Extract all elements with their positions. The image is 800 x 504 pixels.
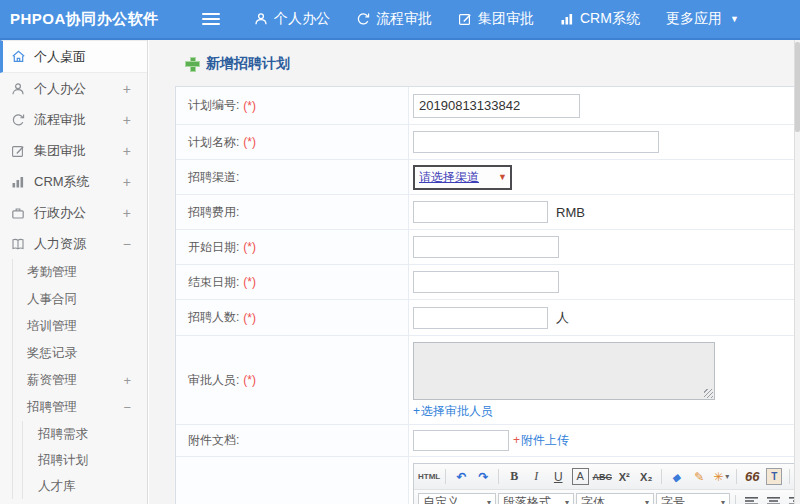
sidebar-item-crm-system[interactable]: CRM系统 + [0, 166, 147, 197]
form-row-channel: 招聘渠道: 请选择渠道 ▼ [176, 159, 794, 194]
sidebar-item-recruitment-plan[interactable]: 招聘计划 [23, 447, 147, 473]
scrollbar-thumb[interactable] [795, 42, 800, 132]
select-approvers-link[interactable]: +选择审批人员 [413, 403, 493, 420]
headcount-input[interactable] [413, 307, 548, 329]
expand-plus-icon[interactable]: + [123, 112, 131, 128]
sidebar-item-reward-punishment[interactable]: 奖惩记录 [13, 340, 147, 367]
sidebar-item-admin-office[interactable]: 行政办公 + [0, 197, 147, 228]
required-marker: (*) [243, 373, 256, 387]
channel-select[interactable]: 请选择渠道 ▼ [413, 165, 512, 190]
field-label: 审批人员: [188, 372, 239, 389]
select-caret-icon: ▼ [498, 172, 507, 182]
align-right-icon[interactable] [785, 493, 794, 504]
superscript-button[interactable]: X² [614, 467, 634, 487]
sidebar-item-training-management[interactable]: 培训管理 [13, 313, 147, 340]
collapse-minus-icon[interactable]: − [123, 236, 131, 252]
collapse-minus-icon[interactable]: − [123, 400, 131, 415]
sidebar-item-recruitment-demand[interactable]: 招聘需求 [23, 421, 147, 447]
person-icon [10, 81, 26, 97]
editor-toolbar-row1: HTML ↶ ↷ B I U A ABC X² X₂ ◆ [414, 464, 794, 490]
chevron-down-icon: ▾ [725, 472, 729, 481]
sidebar-item-group-approval[interactable]: 集团审批 + [0, 135, 147, 166]
sidebar-item-personnel-contract[interactable]: 人事合同 [13, 286, 147, 313]
add-plus-icon [186, 58, 199, 71]
attachment-upload-link[interactable]: +附件上传 [513, 432, 569, 449]
html-source-button[interactable]: HTML [418, 467, 440, 487]
required-marker: (*) [243, 135, 256, 149]
undo-icon[interactable]: ↶ [451, 467, 471, 487]
expand-plus-icon[interactable]: + [123, 373, 131, 388]
sidebar-item-workflow-approval[interactable]: 流程审批 + [0, 104, 147, 135]
form-row-fee: 招聘费用: RMB [176, 194, 794, 229]
top-nav: 个人办公 流程审批 集团审批 [254, 10, 739, 28]
field-label: 结束日期: [188, 274, 239, 291]
sidebar: 个人桌面 个人办公 + 流程审批 + 集团审批 + [0, 40, 148, 504]
expand-plus-icon[interactable]: + [123, 143, 131, 159]
bold-button[interactable]: B [504, 467, 524, 487]
format-painter-icon[interactable]: ✎ [689, 467, 709, 487]
sidebar-item-recruitment-management[interactable]: 招聘管理 − [13, 394, 147, 421]
chevron-down-icon: ▾ [565, 498, 569, 504]
required-marker: (*) [243, 240, 256, 254]
vertical-scrollbar[interactable] [794, 40, 800, 504]
edit-square-icon [10, 143, 26, 159]
expand-plus-icon[interactable]: + [123, 174, 131, 190]
main-content: 新增招聘计划 计划编号: (*) 计划名称: (*) 招聘渠道: [149, 40, 800, 504]
topnav-group-approval[interactable]: 集团审批 [458, 10, 534, 28]
sidebar-item-attendance-management[interactable]: 考勤管理 [13, 259, 147, 286]
hamburger-menu-icon[interactable] [202, 13, 220, 25]
app-logo: PHPOA协同办公软件 [0, 10, 188, 29]
topnav-crm-system[interactable]: CRM系统 [560, 10, 640, 28]
briefcase-icon [10, 205, 26, 221]
sidebar-item-personal-desktop[interactable]: 个人桌面 [0, 40, 147, 73]
remove-format-button[interactable]: A [572, 468, 589, 485]
paste-text-icon[interactable]: T [766, 468, 782, 485]
topnav-more-apps[interactable]: 更多应用 ▼ [666, 10, 739, 28]
topnav-workflow-approval[interactable]: 流程审批 [356, 10, 432, 28]
approvers-textarea[interactable] [413, 342, 715, 400]
auto-typeset-icon[interactable]: ✳▾ [711, 467, 731, 487]
plan-code-input[interactable] [413, 94, 580, 118]
blockquote-button[interactable]: 66 [742, 467, 762, 487]
plan-name-input[interactable] [413, 131, 659, 153]
underline-button[interactable]: U [548, 467, 568, 487]
recruitment-submenu: 招聘需求 招聘计划 人才库 [22, 421, 147, 499]
chevron-down-icon: ▾ [721, 498, 725, 504]
bar-chart-icon [10, 174, 26, 190]
required-marker: (*) [243, 311, 256, 325]
redo-icon[interactable]: ↷ [473, 467, 493, 487]
sidebar-item-salary-management[interactable]: 薪资管理 + [13, 367, 147, 394]
font-family-select[interactable]: 字体▾ [576, 493, 654, 504]
field-label: 计划名称: [188, 134, 239, 151]
start-date-input[interactable] [413, 236, 559, 258]
expand-plus-icon[interactable]: + [123, 81, 131, 97]
top-bar: PHPOA协同办公软件 个人办公 流程审批 [0, 0, 800, 40]
form-row-approvers: 审批人员: (*) +选择审批人员 [176, 335, 794, 424]
strikethrough-button[interactable]: ABC [592, 467, 612, 487]
chevron-down-icon: ▾ [487, 498, 491, 504]
font-size-select[interactable]: 字号▾ [656, 493, 730, 504]
align-center-icon[interactable] [763, 493, 783, 504]
hr-submenu: 考勤管理 人事合同 培训管理 奖惩记录 薪资管理 + 招聘管理 − 招聘需求 招… [12, 259, 147, 499]
custom-style-select[interactable]: 自定义标题▾ [418, 493, 496, 504]
attachment-input[interactable] [413, 430, 509, 451]
rich-text-editor: HTML ↶ ↷ B I U A ABC X² X₂ ◆ [413, 463, 794, 504]
fee-unit-label: RMB [556, 205, 585, 220]
flow-icon [356, 12, 370, 26]
eraser-icon[interactable]: ◆ [665, 467, 689, 487]
field-label: 计划编号: [188, 97, 239, 114]
subscript-button[interactable]: X₂ [636, 467, 656, 487]
align-left-icon[interactable] [741, 493, 761, 504]
chevron-down-icon: ▼ [730, 14, 739, 24]
end-date-input[interactable] [413, 271, 559, 293]
sidebar-item-human-resources[interactable]: 人力资源 − [0, 228, 147, 259]
italic-button[interactable]: I [526, 467, 546, 487]
topnav-personal-office[interactable]: 个人办公 [254, 10, 330, 28]
form-row-plan-code: 计划编号: (*) [176, 87, 794, 124]
sidebar-item-personal-office[interactable]: 个人办公 + [0, 73, 147, 104]
expand-plus-icon[interactable]: + [123, 205, 131, 221]
sidebar-item-talent-pool[interactable]: 人才库 [23, 473, 147, 499]
field-label: 招聘费用: [188, 204, 239, 221]
paragraph-format-select[interactable]: 段落格式▾ [498, 493, 574, 504]
fee-input[interactable] [413, 201, 548, 223]
